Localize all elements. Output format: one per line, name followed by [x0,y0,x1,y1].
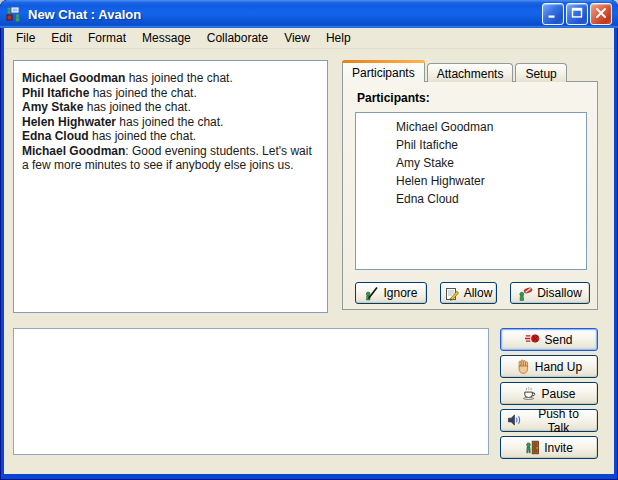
invite-button-label: Invite [544,441,573,455]
chat-message-user: Edna Cloud [22,129,89,143]
allow-button[interactable]: Allow [440,282,497,304]
send-button[interactable]: Send [500,328,598,351]
maximize-button[interactable] [566,3,588,25]
chat-message-user: Michael Goodman [22,71,125,85]
window-controls [542,3,612,25]
disallow-icon [518,286,533,301]
app-window: New Chat : Avalon FileEditFormatMessageC… [0,0,618,480]
chat-message-user: Helen Highwater [22,115,116,129]
chat-message-text: has joined the chat. [83,100,190,114]
tab-setup[interactable]: Setup [515,63,566,82]
participants-tab-panel: Participants: Michael GoodmanPhil Itafic… [342,81,598,310]
chat-message: Amy Stake has joined the chat. [22,100,319,115]
chat-message-user: Phil Itafiche [22,86,89,100]
coffee-icon [522,386,537,401]
minimize-button[interactable] [542,3,564,25]
push-to-talk-button-label: Push to Talk [526,407,591,435]
participants-heading: Participants: [357,91,430,105]
ignore-button-label: Ignore [383,286,417,300]
participant-item[interactable]: Phil Itafiche [356,136,586,154]
participant-item[interactable]: Michael Goodman [356,118,586,136]
title-bar[interactable]: New Chat : Avalon [0,0,618,28]
chat-log[interactable]: Michael Goodman has joined the chat.Phil… [13,60,328,313]
close-button[interactable] [590,3,612,25]
hand-up-button-label: Hand Up [535,360,582,374]
allow-button-label: Allow [464,286,493,300]
chat-action-buttons: SendHand UpPausePush to TalkInvite [500,328,598,459]
participant-item[interactable]: Amy Stake [356,154,586,172]
participant-action-buttons: IgnoreAllowDisallow [355,282,590,304]
participant-item[interactable]: Helen Highwater [356,172,586,190]
chat-app-icon [6,6,23,23]
speaker-icon [507,413,522,428]
pause-button-label: Pause [541,387,575,401]
disallow-button-label: Disallow [537,286,582,300]
ignore-icon [364,286,379,301]
close-icon [594,6,608,23]
message-input[interactable] [13,328,489,455]
menu-item-edit[interactable]: Edit [43,29,80,47]
chat-message-text: has joined the chat. [125,71,232,85]
disallow-button[interactable]: Disallow [510,282,590,304]
menu-item-collaborate[interactable]: Collaborate [199,29,276,47]
chat-message-text: has joined the chat. [89,86,196,100]
menu-item-format[interactable]: Format [80,29,134,47]
ignore-button[interactable]: Ignore [355,282,427,304]
push-to-talk-button[interactable]: Push to Talk [500,409,598,432]
tab-attachments[interactable]: Attachments [427,63,514,82]
hand-icon [516,359,531,374]
invite-button[interactable]: Invite [500,436,598,459]
chat-message-text: has joined the chat. [116,115,223,129]
minimize-icon [546,6,560,23]
menu-item-help[interactable]: Help [318,29,359,47]
menu-bar: FileEditFormatMessageCollaborateViewHelp [4,28,614,49]
pause-button[interactable]: Pause [500,382,598,405]
window-title: New Chat : Avalon [28,7,542,22]
tab-strip: ParticipantsAttachmentsSetup [342,60,569,82]
chat-message-text: has joined the chat. [89,129,196,143]
window-body: Michael Goodman has joined the chat.Phil… [4,49,614,474]
menu-item-message[interactable]: Message [134,29,199,47]
chat-message: Michael Goodman: Good evening students. … [22,144,319,173]
invite-icon [525,440,540,455]
send-button-label: Send [544,333,572,347]
menu-item-view[interactable]: View [276,29,318,47]
participant-item[interactable]: Edna Cloud [356,190,586,208]
allow-icon [445,286,460,301]
send-icon [525,332,540,347]
tab-participants[interactable]: Participants [342,60,425,82]
menu-item-file[interactable]: File [8,29,43,47]
chat-message: Edna Cloud has joined the chat. [22,129,319,144]
chat-message: Phil Itafiche has joined the chat. [22,86,319,101]
maximize-icon [570,6,584,23]
chat-message: Michael Goodman has joined the chat. [22,71,319,86]
chat-message-user: Amy Stake [22,100,83,114]
chat-message: Helen Highwater has joined the chat. [22,115,319,130]
participant-list[interactable]: Michael GoodmanPhil ItaficheAmy StakeHel… [355,112,587,270]
hand-up-button[interactable]: Hand Up [500,355,598,378]
chat-message-user: Michael Goodman [22,144,125,158]
